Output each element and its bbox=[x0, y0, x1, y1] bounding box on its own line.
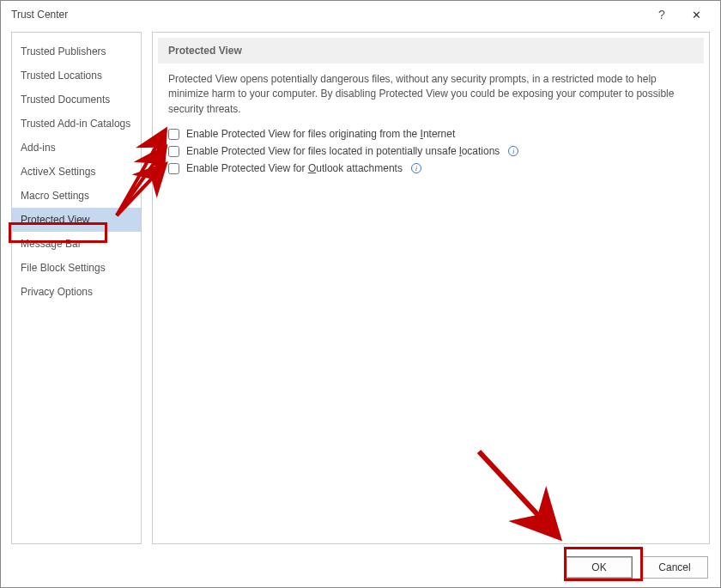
close-button[interactable]: ✕ bbox=[679, 9, 713, 21]
sidebar-item-protected-view[interactable]: Protected View bbox=[12, 208, 141, 232]
sidebar-item-trusted-add-in-catalogs[interactable]: Trusted Add-in Catalogs bbox=[12, 112, 141, 136]
option-row-0[interactable]: Enable Protected View for files originat… bbox=[168, 125, 694, 142]
option-checkbox-0[interactable] bbox=[168, 129, 179, 140]
info-icon[interactable]: i bbox=[411, 163, 421, 173]
sidebar: Trusted PublishersTrusted LocationsTrust… bbox=[11, 32, 142, 544]
titlebar: Trust Center ? ✕ bbox=[1, 1, 720, 28]
option-checkbox-1[interactable] bbox=[168, 146, 179, 157]
sidebar-item-activex-settings[interactable]: ActiveX Settings bbox=[12, 160, 141, 184]
sidebar-item-message-bar[interactable]: Message Bar bbox=[12, 232, 141, 256]
content-pane: Protected View Protected View opens pote… bbox=[152, 32, 710, 544]
cancel-button[interactable]: Cancel bbox=[641, 556, 708, 579]
section-description: Protected View opens potentially dangero… bbox=[153, 72, 709, 125]
sidebar-item-trusted-locations[interactable]: Trusted Locations bbox=[12, 64, 141, 88]
dialog-footer: OK Cancel bbox=[566, 556, 708, 579]
dialog-body: Trusted PublishersTrusted LocationsTrust… bbox=[11, 32, 710, 544]
ok-button[interactable]: OK bbox=[566, 556, 633, 579]
option-label-2: Enable Protected View for Outlook attach… bbox=[186, 162, 403, 174]
options-list: Enable Protected View for files originat… bbox=[153, 125, 709, 177]
option-label-1: Enable Protected View for files located … bbox=[186, 145, 500, 157]
option-label-0: Enable Protected View for files originat… bbox=[186, 128, 455, 140]
option-checkbox-2[interactable] bbox=[168, 163, 179, 174]
sidebar-item-file-block-settings[interactable]: File Block Settings bbox=[12, 256, 141, 280]
option-row-1[interactable]: Enable Protected View for files located … bbox=[168, 142, 694, 160]
help-button[interactable]: ? bbox=[645, 8, 679, 21]
window-title: Trust Center bbox=[8, 9, 645, 21]
option-row-2[interactable]: Enable Protected View for Outlook attach… bbox=[168, 160, 694, 177]
sidebar-item-privacy-options[interactable]: Privacy Options bbox=[12, 280, 141, 304]
sidebar-item-trusted-publishers[interactable]: Trusted Publishers bbox=[12, 39, 141, 64]
trust-center-dialog: Trust Center ? ✕ Trusted PublishersTrust… bbox=[0, 0, 721, 588]
section-header: Protected View bbox=[158, 38, 704, 64]
info-icon[interactable]: i bbox=[508, 146, 518, 156]
sidebar-item-trusted-documents[interactable]: Trusted Documents bbox=[12, 88, 141, 112]
sidebar-item-macro-settings[interactable]: Macro Settings bbox=[12, 184, 141, 208]
sidebar-item-add-ins[interactable]: Add-ins bbox=[12, 136, 141, 160]
